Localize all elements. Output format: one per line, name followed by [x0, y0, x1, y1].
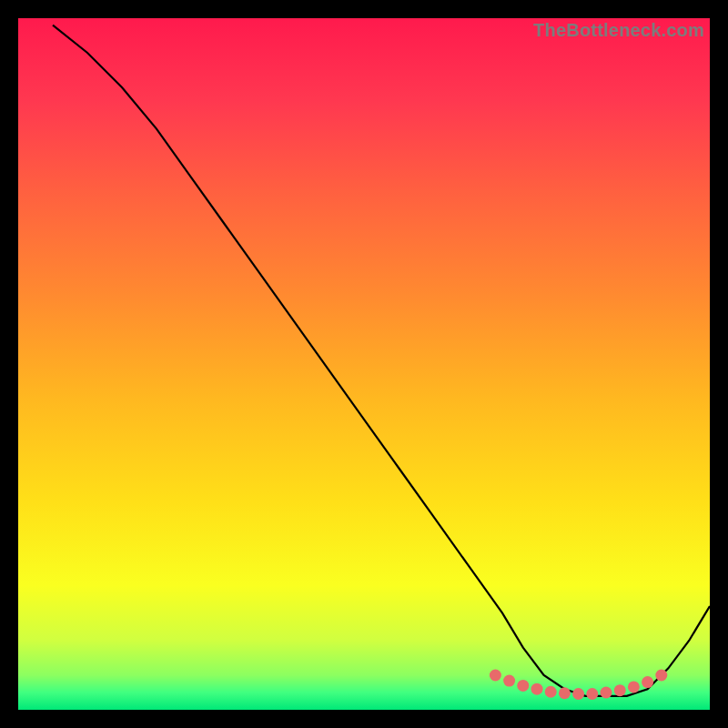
- highlight-dot: [572, 688, 584, 700]
- highlight-dot: [531, 683, 543, 695]
- highlight-dot: [628, 681, 640, 693]
- highlight-dot: [586, 688, 598, 700]
- highlight-dot: [503, 675, 515, 687]
- highlight-dot: [490, 670, 501, 682]
- highlight-dot: [655, 670, 667, 682]
- highlight-dot: [545, 686, 557, 698]
- highlight-dot: [517, 680, 529, 692]
- highlight-dot: [614, 684, 626, 696]
- gradient-rect: [18, 18, 710, 710]
- chart-svg: [18, 18, 710, 710]
- highlight-dot: [601, 687, 612, 699]
- chart-frame: TheBottleneck.com: [18, 18, 710, 710]
- highlight-dot: [559, 687, 571, 699]
- highlight-dot: [642, 676, 653, 688]
- watermark-text: TheBottleneck.com: [533, 20, 704, 41]
